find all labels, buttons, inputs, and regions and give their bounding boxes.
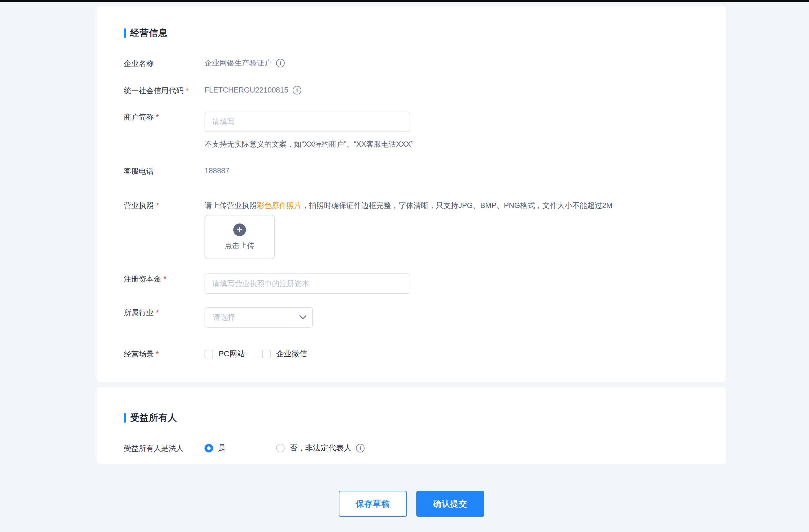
save-draft-button[interactable]: 保存草稿 [339, 491, 407, 517]
checkbox-pc-website[interactable]: PC网站 [205, 349, 245, 359]
company-name-value: 企业网银生产验证户 [205, 58, 272, 68]
footer-actions: 保存草稿 确认提交 [97, 491, 726, 517]
beneficiary-card: 受益所有人 受益所有人是法人 是 否，非法定代表人 i [97, 387, 726, 464]
upload-box-label: 点击上传 [225, 241, 255, 250]
registered-capital-input[interactable] [205, 273, 410, 294]
merchant-short-name-label: 商户简称* [124, 111, 205, 122]
service-phone-label: 客服电话 [124, 166, 205, 176]
required-asterisk: * [156, 350, 159, 358]
radio-no[interactable]: 否，非法定代表人 i [276, 443, 365, 453]
chevron-down-icon [299, 312, 306, 319]
merchant-short-name-row: 商户简称* 不支持无实际意义的文案，如“XX特约商户”、“XX客服电话XXX” [124, 111, 726, 149]
business-scene-label: 经营场景* [124, 349, 205, 359]
beneficiary-is-legal-label: 受益所有人是法人 [124, 443, 205, 453]
info-icon[interactable]: i [293, 86, 301, 94]
checkbox-icon[interactable] [205, 350, 213, 358]
beneficiary-is-legal-row: 受益所有人是法人 是 否，非法定代表人 i [124, 443, 726, 453]
section-title-accent-bar [124, 29, 126, 38]
required-asterisk: * [163, 275, 166, 283]
radio-selected-icon[interactable] [205, 444, 213, 453]
license-instruction-highlight: 彩色原件照片 [257, 201, 302, 210]
plus-icon: + [233, 224, 246, 236]
checkbox-pc-website-label: PC网站 [219, 349, 245, 359]
business-scene-row: 经营场景* PC网站 企业微信 [124, 349, 726, 359]
service-phone-row: 客服电话 188887 [124, 166, 726, 176]
beneficiary-section-title: 受益所有人 [124, 411, 726, 424]
required-asterisk: * [186, 86, 189, 95]
company-name-row: 企业名称 企业网银生产验证户 i [124, 58, 726, 69]
credit-code-row: 统一社会信用代码* FLETCHERGU22100815 i [124, 85, 726, 95]
radio-no-label: 否，非法定代表人 [290, 443, 351, 453]
info-icon[interactable]: i [356, 444, 365, 453]
section-title-text: 经营信息 [130, 27, 168, 39]
business-license-label: 营业执照* [124, 200, 205, 211]
service-phone-value: 188887 [205, 166, 229, 176]
submit-button[interactable]: 确认提交 [416, 491, 484, 517]
checkbox-wecom[interactable]: 企业微信 [262, 349, 307, 359]
section-title-accent-bar [124, 413, 126, 423]
business-info-section-title: 经营信息 [124, 27, 726, 39]
required-asterisk: * [156, 308, 159, 317]
merchant-short-name-input[interactable] [205, 111, 410, 132]
radio-yes[interactable]: 是 [205, 443, 226, 453]
radio-unselected-icon[interactable] [276, 444, 285, 453]
registered-capital-row: 注册资本金* [124, 273, 726, 294]
registered-capital-label: 注册资本金* [124, 273, 205, 284]
industry-label: 所属行业* [124, 307, 205, 318]
business-info-card: 经营信息 企业名称 企业网银生产验证户 i 统一社会信用代码* FLETCHER… [97, 6, 726, 382]
industry-select[interactable]: 请选择 [205, 307, 313, 327]
info-icon[interactable]: i [276, 59, 285, 67]
window-top-edge [0, 0, 809, 2]
credit-code-label: 统一社会信用代码* [124, 85, 205, 95]
required-asterisk: * [156, 113, 159, 121]
required-asterisk: * [156, 201, 159, 210]
business-license-row: 营业执照* 请上传营业执照彩色原件照片，拍照时确保证件边框完整，字体清晰，只支持… [124, 200, 726, 259]
industry-select-placeholder: 请选择 [213, 313, 235, 322]
industry-row: 所属行业* 请选择 [124, 307, 726, 327]
license-upload-instruction: 请上传营业执照彩色原件照片，拍照时确保证件边框完整，字体清晰，只支持JPG、BM… [205, 200, 613, 211]
radio-yes-label: 是 [218, 443, 226, 453]
checkbox-icon[interactable] [262, 350, 271, 358]
company-name-label: 企业名称 [124, 58, 205, 69]
checkbox-wecom-label: 企业微信 [276, 349, 307, 359]
license-upload-box[interactable]: + 点击上传 [205, 215, 275, 259]
merchant-short-name-helper: 不支持无实际意义的文案，如“XX特约商户”、“XX客服电话XXX” [205, 139, 413, 149]
section-title-text: 受益所有人 [130, 411, 177, 424]
credit-code-value: FLETCHERGU22100815 [205, 85, 288, 95]
